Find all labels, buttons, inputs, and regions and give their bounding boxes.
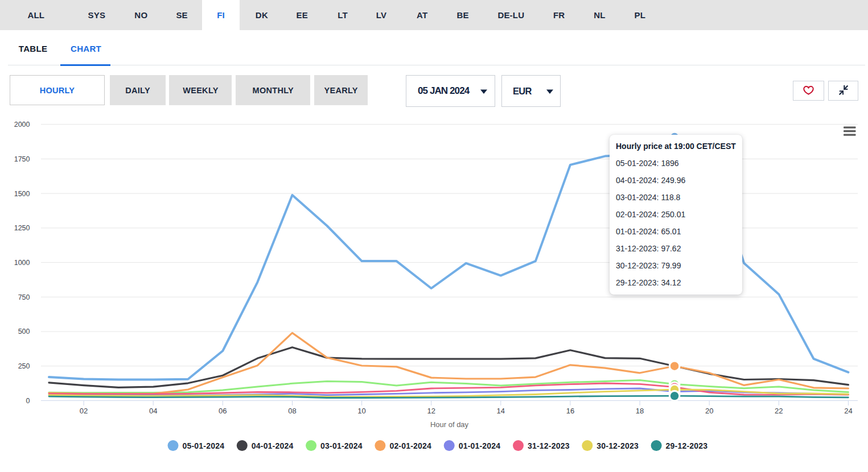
svg-text:04: 04 [149,407,157,415]
svg-text:08: 08 [288,407,296,415]
svg-text:24: 24 [844,407,852,415]
svg-text:16: 16 [566,407,574,415]
svg-text:250: 250 [18,362,30,370]
svg-text:03-01-2024: 03-01-2024 [320,441,363,450]
svg-text:1750: 1750 [14,155,30,163]
svg-text:10: 10 [357,407,365,415]
svg-text:1000: 1000 [14,259,30,267]
svg-text:500: 500 [18,328,30,336]
svg-text:04-01-2024: 04-01-2024 [252,441,294,450]
svg-text:12: 12 [427,407,435,415]
svg-text:18: 18 [636,407,644,415]
svg-text:750: 750 [18,293,30,301]
svg-text:31-12-2023: 31-12-2023 [528,441,570,450]
svg-text:06: 06 [219,407,227,415]
svg-text:1250: 1250 [14,224,30,232]
svg-text:20: 20 [705,407,713,415]
svg-text:02-01-2024: 02-01-2024 [389,441,431,450]
svg-text:Hour of day: Hour of day [430,420,469,429]
svg-text:2000: 2000 [14,121,30,129]
svg-text:0: 0 [26,397,30,405]
svg-text:05-01-2024: 05-01-2024 [183,441,225,450]
svg-text:14: 14 [497,407,505,415]
svg-text:01-01-2024: 01-01-2024 [459,441,501,450]
svg-text:22: 22 [775,407,783,415]
svg-text:30-12-2023: 30-12-2023 [597,441,639,450]
svg-text:29-12-2023: 29-12-2023 [666,441,708,450]
svg-text:02: 02 [80,407,88,415]
svg-text:1500: 1500 [14,190,30,198]
